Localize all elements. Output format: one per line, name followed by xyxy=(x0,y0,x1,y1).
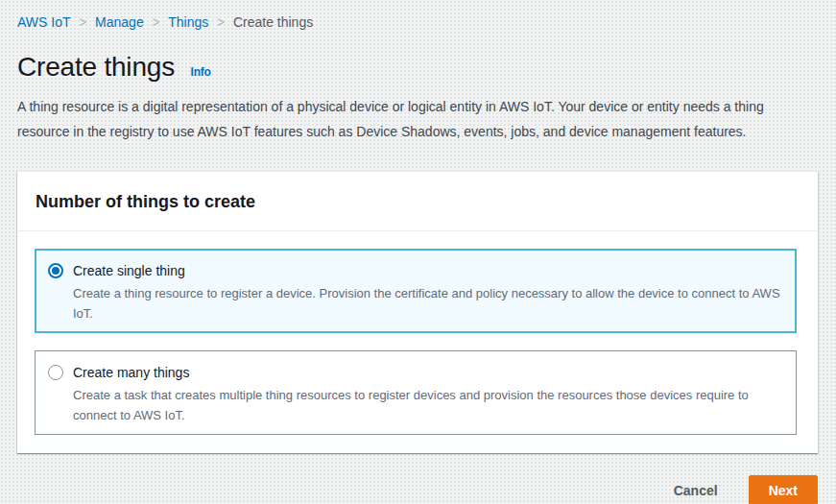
option-description: Create a task that creates multiple thin… xyxy=(73,385,780,425)
next-button[interactable]: Next xyxy=(749,475,818,504)
page-description: A thing resource is a digital representa… xyxy=(17,94,818,144)
breadcrumb-link-things[interactable]: Things xyxy=(168,12,208,32)
radio-button-many-things[interactable] xyxy=(48,365,63,380)
panel-body: Create single thing Create a thing resou… xyxy=(17,231,818,453)
create-single-thing-option[interactable]: Create single thing Create a thing resou… xyxy=(35,249,797,333)
breadcrumb-separator-icon: > xyxy=(153,12,160,34)
breadcrumb-separator-icon: > xyxy=(217,12,225,34)
option-label: Create single thing xyxy=(73,261,780,280)
radio-button-single-thing[interactable] xyxy=(48,263,63,278)
option-label: Create many things xyxy=(73,363,780,382)
panel-header: Number of things to create xyxy=(17,172,818,231)
page-title-text: Create things xyxy=(17,52,175,82)
option-text: Create many things Create a task that cr… xyxy=(73,363,780,425)
create-many-things-option[interactable]: Create many things Create a task that cr… xyxy=(35,350,797,435)
panel-title: Number of things to create xyxy=(36,191,799,212)
page-title: Create things Info xyxy=(17,52,818,87)
breadcrumb-link-manage[interactable]: Manage xyxy=(95,12,144,32)
breadcrumb-current-create-things: Create things xyxy=(233,12,313,32)
cancel-button[interactable]: Cancel xyxy=(670,477,722,504)
option-description: Create a thing resource to register a de… xyxy=(73,283,780,324)
number-of-things-panel: Number of things to create Create single… xyxy=(17,171,818,453)
breadcrumb: AWS IoT > Manage > Things > Create thing… xyxy=(17,12,818,32)
info-link[interactable]: Info xyxy=(191,65,211,79)
breadcrumb-link-aws-iot[interactable]: AWS IoT xyxy=(17,12,71,32)
footer-actions: Cancel Next xyxy=(17,475,818,504)
breadcrumb-separator-icon: > xyxy=(80,12,87,34)
option-text: Create single thing Create a thing resou… xyxy=(73,261,780,324)
create-things-page: AWS IoT > Manage > Things > Create thing… xyxy=(0,0,836,504)
